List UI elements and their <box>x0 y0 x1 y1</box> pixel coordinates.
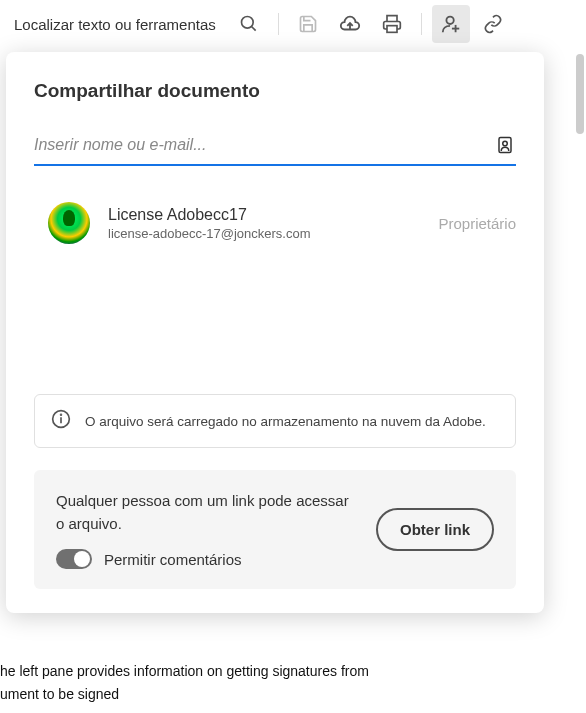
cloud-upload-icon[interactable] <box>331 5 369 43</box>
toolbar-separator <box>278 13 279 35</box>
user-email: license-adobecc-17@jonckers.com <box>108 226 420 241</box>
bg-line: ument to be signed <box>0 683 369 705</box>
scrollbar-thumb[interactable] <box>576 54 584 134</box>
link-icon[interactable] <box>474 5 512 43</box>
toolbar-separator <box>421 13 422 35</box>
share-document-popup: Compartilhar documento License Adobecc17… <box>6 52 544 613</box>
svg-point-4 <box>446 17 453 24</box>
top-toolbar: Localizar texto ou ferramentas <box>0 0 586 48</box>
get-link-button[interactable]: Obter link <box>376 508 494 552</box>
info-text: O arquivo será carregado no armazenament… <box>85 414 486 429</box>
bg-line: he left pane provides information on get… <box>0 660 369 682</box>
popup-title: Compartilhar documento <box>34 80 516 102</box>
search-placeholder-text[interactable]: Localizar texto ou ferramentas <box>8 12 222 37</box>
allow-comments-toggle[interactable] <box>56 549 92 569</box>
user-info: License Adobecc17 license-adobecc-17@jon… <box>108 206 420 241</box>
allow-comments-row: Permitir comentários <box>56 549 358 569</box>
search-icon[interactable] <box>230 5 268 43</box>
avatar <box>48 202 90 244</box>
owner-row: License Adobecc17 license-adobecc-17@jon… <box>34 202 516 244</box>
save-icon[interactable] <box>289 5 327 43</box>
address-book-icon[interactable] <box>494 134 516 156</box>
background-document-text: he left pane provides information on get… <box>0 660 369 705</box>
svg-point-0 <box>241 17 253 29</box>
recipient-input-row <box>34 132 516 166</box>
recipient-input[interactable] <box>34 132 494 158</box>
print-icon[interactable] <box>373 5 411 43</box>
svg-rect-3 <box>387 26 397 33</box>
link-left-column: Qualquer pessoa com um link pode acessar… <box>56 490 358 569</box>
svg-point-11 <box>61 414 62 415</box>
link-share-box: Qualquer pessoa com um link pode acessar… <box>34 470 516 589</box>
owner-role-label: Proprietário <box>438 215 516 232</box>
share-people-icon[interactable] <box>432 5 470 43</box>
svg-point-8 <box>503 141 508 146</box>
info-icon <box>51 409 71 433</box>
cloud-info-box: O arquivo será carregado no armazenament… <box>34 394 516 448</box>
user-name: License Adobecc17 <box>108 206 420 224</box>
allow-comments-label: Permitir comentários <box>104 551 242 568</box>
svg-line-1 <box>251 27 255 31</box>
link-access-description: Qualquer pessoa com um link pode acessar… <box>56 490 358 535</box>
